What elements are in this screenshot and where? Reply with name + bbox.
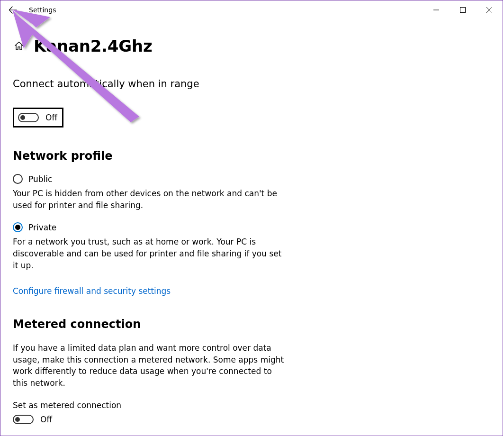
firewall-link[interactable]: Configure firewall and security settings (13, 286, 171, 296)
toggle-track (13, 415, 34, 424)
auto-connect-state: Off (45, 113, 57, 122)
radio-public[interactable]: Public (13, 174, 288, 184)
toggle-thumb (15, 417, 20, 422)
minimize-icon (433, 7, 439, 13)
metered-heading: Metered connection (13, 318, 490, 331)
toggle-thumb (20, 115, 25, 120)
arrow-left-icon (9, 6, 17, 14)
radio-circle (13, 174, 23, 184)
toggle-track (18, 113, 39, 122)
private-description: For a network you trust, such as at home… (13, 236, 288, 271)
metered-description: If you have a limited data plan and want… (13, 342, 288, 389)
title-bar: Settings (0, 0, 503, 19)
minimize-button[interactable] (423, 0, 450, 19)
radio-private[interactable]: Private (13, 222, 288, 232)
radio-circle-selected (13, 222, 23, 232)
radio-dot (15, 225, 20, 230)
radio-private-label: Private (28, 223, 56, 232)
public-description: Your PC is hidden from other devices on … (13, 188, 288, 211)
page-title: Kanan2.4Ghz (34, 36, 153, 55)
window-title: Settings (29, 6, 56, 14)
page-header: Kanan2.4Ghz (13, 36, 490, 55)
close-button[interactable] (476, 0, 503, 19)
metered-state: Off (40, 415, 52, 424)
metered-toggle[interactable]: Off (13, 415, 52, 424)
home-icon (14, 41, 24, 51)
home-button[interactable] (13, 40, 25, 52)
metered-sub-label: Set as metered connection (13, 401, 490, 410)
network-profile-heading: Network profile (13, 149, 490, 163)
maximize-icon (460, 7, 466, 13)
svg-rect-1 (460, 8, 466, 13)
maximize-button[interactable] (450, 0, 476, 19)
back-button[interactable] (6, 3, 19, 17)
radio-public-label: Public (28, 174, 52, 184)
auto-connect-heading: Connect automatically when in range (13, 78, 490, 90)
close-icon (486, 7, 492, 13)
auto-connect-toggle[interactable]: Off (13, 108, 63, 127)
